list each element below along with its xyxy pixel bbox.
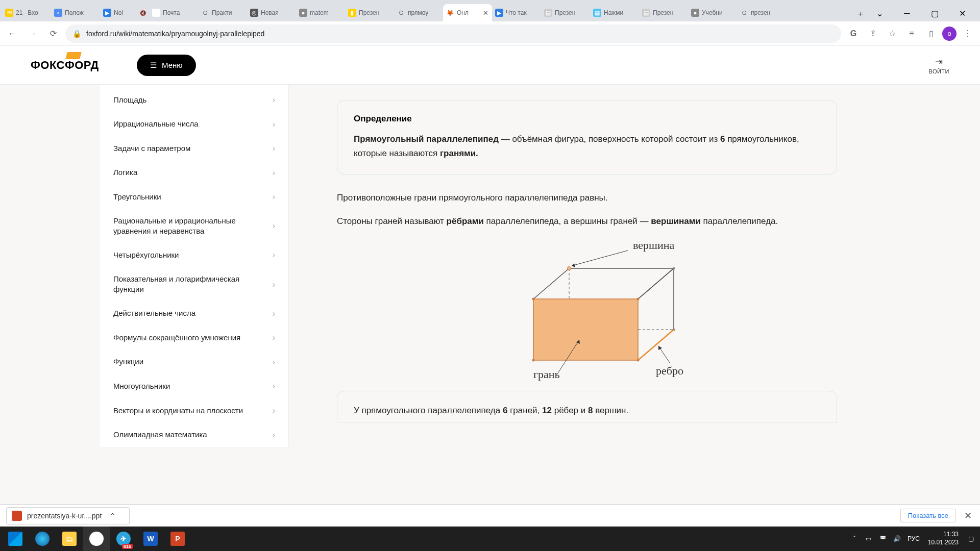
taskbar-explorer[interactable]: 🗂	[56, 527, 83, 551]
close-window-button[interactable]: ✕	[950, 5, 974, 21]
reading-list-icon[interactable]: ≡	[903, 26, 920, 42]
sidebar-item[interactable]: Иррациональные числа›	[100, 112, 288, 137]
browser-tab[interactable]: ▦Нажми✕	[590, 4, 639, 21]
taskbar-powerpoint[interactable]: P	[164, 527, 191, 551]
parallelepiped-figure: вершина	[337, 238, 837, 381]
lock-icon: 🔒	[72, 30, 81, 38]
browser-tab[interactable]: ✉21 · Вхо✕	[2, 4, 51, 21]
browser-tab[interactable]: ◎Новая✕	[247, 4, 296, 21]
svg-point-5	[568, 267, 571, 270]
chevron-right-icon: ›	[273, 94, 275, 106]
browser-tab[interactable]: ▤Презен✕	[541, 4, 590, 21]
sidebar-item[interactable]: Показательная и логарифмическая функции›	[100, 267, 288, 302]
browser-tab[interactable]: ▮Презен✕	[345, 4, 394, 21]
browser-tabs-bar: ✉21 · Вхо✕▫Полож✕▶Nol🔇✕✉Почта✕GПракти✕◎Н…	[0, 0, 980, 21]
tab-title: презен	[751, 9, 783, 16]
wifi-icon[interactable]: ◚	[876, 527, 890, 551]
chevron-right-icon: ›	[273, 119, 275, 130]
google-search-icon[interactable]: G	[845, 26, 862, 42]
sidebar-item-label: Четырёхугольники	[113, 250, 179, 260]
sidebar-item[interactable]: Действительные числа›	[100, 302, 288, 326]
sidebar-item[interactable]: Векторы и координаты на плоскости›	[100, 398, 288, 423]
taskbar-telegram[interactable]: ✈615	[110, 527, 137, 551]
menu-button[interactable]: ☰ Меню	[137, 55, 196, 76]
tab-title: Полож	[65, 9, 97, 16]
forward-button[interactable]: →	[24, 26, 41, 42]
window-controls: ⌄ ─ ▢ ✕	[868, 5, 978, 21]
system-clock[interactable]: 11:33 10.01.2023	[923, 531, 964, 546]
browser-tab[interactable]: ▶Nol🔇✕	[100, 4, 149, 21]
browser-tab[interactable]: Gпрезен✕	[737, 4, 786, 21]
taskbar-edge[interactable]	[29, 527, 56, 551]
sidebar-item[interactable]: Площадь›	[100, 88, 288, 112]
url-input[interactable]: 🔒 foxford.ru/wiki/matematika/pryamougoln…	[65, 24, 841, 43]
browser-tab[interactable]: ▫Полож✕	[51, 4, 100, 21]
minimize-button[interactable]: ─	[895, 5, 919, 21]
svg-point-7	[637, 298, 640, 300]
chevron-right-icon: ›	[273, 405, 275, 416]
sidebar-item[interactable]: Олимпиадная математика›	[100, 423, 288, 447]
download-item[interactable]: prezentatsiya-k-ur....ppt ⌃	[6, 507, 130, 524]
tab-title: Почта	[163, 9, 195, 16]
tab-favicon: G	[397, 9, 405, 17]
browser-tab[interactable]: ▤Презен✕	[639, 4, 688, 21]
taskbar-chrome[interactable]: ◉	[83, 527, 110, 551]
browser-tab[interactable]: Gпрямоу✕	[394, 4, 443, 21]
notifications-icon[interactable]: ▢	[964, 527, 978, 551]
sidebar-item[interactable]: Треугольники›	[100, 185, 288, 209]
browser-tab[interactable]: ▶Что так✕	[492, 4, 541, 21]
close-tab-icon[interactable]: ✕	[482, 9, 489, 16]
chrome-menu-icon[interactable]: ⋮	[960, 26, 976, 42]
site-logo[interactable]: ФОКСФОРД	[31, 55, 122, 76]
tabs-dropdown-icon[interactable]: ⌄	[868, 5, 891, 21]
definition-title: Определение	[354, 114, 820, 124]
sidebar-item[interactable]: Четырёхугольники›	[100, 243, 288, 267]
profile-avatar[interactable]: o	[942, 27, 957, 41]
login-link[interactable]: ⇥ ВОЙТИ	[928, 56, 949, 74]
show-all-downloads-button[interactable]: Показать все	[900, 509, 956, 522]
side-panel-icon[interactable]: ▯	[923, 26, 939, 42]
sidebar-item[interactable]: Логика›	[100, 161, 288, 185]
tab-title: Нажми	[604, 9, 636, 16]
tab-title: Что так	[506, 9, 538, 16]
close-downloads-bar-button[interactable]: ✕	[962, 510, 974, 521]
svg-line-13	[638, 330, 674, 360]
sidebar-item[interactable]: Функции›	[100, 350, 288, 374]
sidebar-item-label: Площадь	[113, 95, 146, 105]
tab-favicon: ▮	[348, 9, 356, 17]
tab-favicon: ▤	[544, 9, 552, 17]
definition-text: Прямоугольный параллелепипед — объёмная …	[354, 132, 820, 161]
taskbar-word[interactable]: W	[137, 527, 164, 551]
sidebar-item[interactable]: Задачи с параметром›	[100, 136, 288, 161]
browser-tab[interactable]: GПракти✕	[198, 4, 247, 21]
edge-label: ребро	[656, 364, 683, 377]
tab-favicon: ●	[299, 9, 307, 17]
new-tab-button[interactable]: +	[853, 7, 868, 21]
tray-expand-icon[interactable]: ˄	[847, 527, 862, 551]
maximize-button[interactable]: ▢	[923, 5, 946, 21]
browser-tab[interactable]: ●Учебни✕	[688, 4, 737, 21]
tab-favicon: ✉	[152, 9, 160, 17]
sidebar-item[interactable]: Формулы сокращённого умножения›	[100, 325, 288, 350]
summary-card: У прямоугольного параллелепипеда 6 гране…	[337, 391, 837, 422]
mute-icon[interactable]: 🔇	[140, 10, 146, 16]
battery-icon[interactable]: ▭	[862, 527, 876, 551]
browser-tab[interactable]: 🦊Онл✕	[443, 4, 492, 21]
sidebar-item[interactable]: Многоугольники›	[100, 374, 288, 398]
tab-title: Презен	[555, 9, 587, 16]
tab-favicon: 🦊	[446, 9, 454, 17]
bookmark-icon[interactable]: ☆	[884, 26, 900, 42]
reload-button[interactable]: ⟳	[45, 26, 61, 42]
sidebar-item[interactable]: Рациональные и иррациональные уравнения …	[100, 209, 288, 243]
browser-tab[interactable]: ●matem✕	[296, 4, 345, 21]
share-icon[interactable]: ⇪	[865, 26, 881, 42]
tab-title: Новая	[261, 9, 293, 16]
browser-tab[interactable]: ✉Почта✕	[149, 4, 198, 21]
language-indicator[interactable]: РУС	[904, 527, 923, 551]
chevron-right-icon: ›	[273, 430, 275, 441]
back-button[interactable]: ←	[4, 26, 20, 42]
downloads-bar: prezentatsiya-k-ur....ppt ⌃ Показать все…	[0, 504, 980, 527]
chevron-up-icon[interactable]: ⌃	[110, 512, 116, 520]
volume-icon[interactable]: 🔊	[890, 527, 904, 551]
start-button[interactable]	[2, 527, 29, 551]
